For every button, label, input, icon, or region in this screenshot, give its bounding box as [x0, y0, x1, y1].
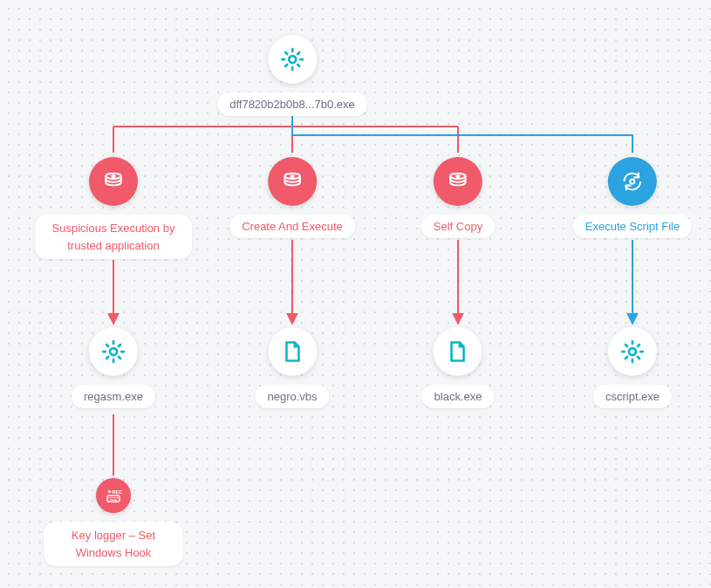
svg-point-0 — [289, 56, 296, 63]
action-label: Create And Execute — [229, 215, 355, 238]
threat-stack-icon — [268, 157, 317, 206]
gear-icon — [608, 327, 657, 376]
leaf-label: negro.vbs — [255, 385, 329, 408]
action-label: Key logger – Set Windows Hook — [44, 522, 183, 566]
root-label: dff7820b2b0b8...7b0.exe — [217, 92, 367, 116]
svg-point-5 — [630, 179, 634, 183]
svg-point-6 — [629, 348, 636, 355]
leaf-negro-vbs[interactable]: negro.vbs — [255, 327, 329, 408]
file-icon — [434, 327, 482, 376]
action-label: Execute Script File — [573, 215, 692, 238]
action-execute-script[interactable]: Execute Script File — [573, 157, 692, 238]
root-node[interactable]: dff7820b2b0b8...7b0.exe — [217, 35, 367, 116]
leaf-black-exe[interactable]: black.exe — [422, 327, 495, 408]
action-label: Self Copy — [421, 215, 495, 238]
action-self-copy[interactable]: Self Copy — [421, 157, 495, 238]
action-label: Suspicious Execution by trusted applicat… — [35, 215, 192, 259]
leaf-regasm[interactable]: regasm.exe — [72, 327, 155, 408]
refresh-gear-icon — [608, 157, 657, 206]
action-create-execute[interactable]: Create And Execute — [229, 157, 355, 238]
rec-keyboard-icon: REC — [96, 478, 131, 513]
leaf-label: cscript.exe — [593, 385, 672, 408]
leaf-label: regasm.exe — [72, 385, 155, 408]
action-suspicious-execution[interactable]: Suspicious Execution by trusted applicat… — [35, 157, 192, 259]
threat-stack-icon — [89, 157, 138, 206]
action-keylogger[interactable]: REC Key logger – Set Windows Hook — [44, 478, 183, 566]
svg-rect-9 — [107, 496, 120, 502]
leaf-cscript-exe[interactable]: cscript.exe — [593, 327, 672, 408]
svg-point-7 — [108, 490, 111, 493]
gear-icon — [268, 35, 317, 84]
svg-point-2 — [110, 348, 117, 355]
svg-text:REC: REC — [113, 489, 123, 495]
file-icon — [268, 327, 317, 376]
gear-icon — [89, 327, 138, 376]
leaf-label: black.exe — [422, 385, 495, 408]
threat-stack-icon — [434, 157, 482, 206]
